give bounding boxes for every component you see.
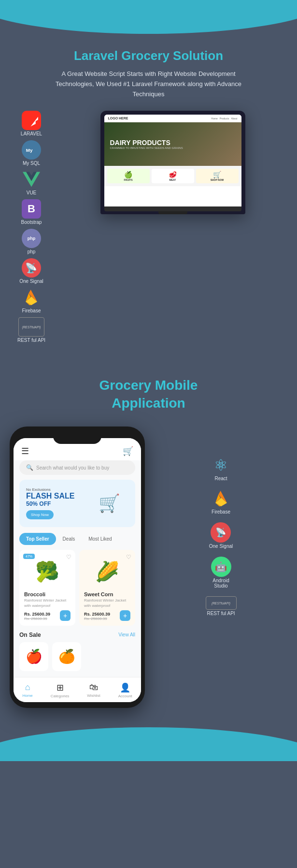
bottom-nav-home[interactable]: ⌂ Home	[22, 682, 32, 698]
product-badge-broccoli: 47%	[23, 554, 35, 559]
tech-item-restapi2: {RESTful API} REST ful API	[206, 596, 237, 616]
tech-item-restapi: {RESTful API} REST ful API	[17, 317, 45, 343]
banner-flash-sale: FLASH SALE	[26, 492, 90, 500]
account-label: Account	[118, 694, 132, 698]
tab-top-seller[interactable]: Top Seller	[19, 533, 56, 545]
banner-title: DAIRY PRODUCTS	[110, 139, 183, 147]
tech-item-mysql: My My SQL	[22, 140, 41, 166]
search-icon: 🔍	[26, 464, 33, 471]
section1-title: Laravel Grocery Solution	[10, 48, 287, 63]
products-grid: 47% ♡ 🥦 Broccoli Rainforest Winter Jacke…	[14, 550, 141, 630]
react-icon: ⚛	[212, 456, 231, 475]
product-name-broccoli: Broccoli	[24, 591, 71, 597]
cart-icon[interactable]: 🛒	[123, 446, 133, 456]
tab-most-liked[interactable]: Most Liked	[82, 533, 118, 545]
vue-icon	[22, 170, 41, 189]
bottom-nav-account[interactable]: 👤 Account	[118, 682, 132, 698]
firebase2-icon	[212, 489, 231, 508]
restapi-label: REST ful API	[17, 338, 45, 343]
wave-bottom	[0, 727, 297, 761]
firebase2-label: Firebase	[212, 509, 230, 515]
home-icon: ⌂	[25, 682, 30, 692]
svg-text:My: My	[26, 148, 33, 153]
shop-now-button[interactable]: Shop Now	[26, 510, 54, 519]
bottom-nav-wishlist[interactable]: 🛍 Wishlist	[87, 682, 100, 698]
app-search[interactable]: 🔍 Search what would you like to buy	[19, 460, 135, 475]
product-wishlist-sweetcorn[interactable]: ♡	[126, 554, 131, 560]
bootstrap-icon: B	[22, 199, 41, 219]
bottom-nav-categories[interactable]: ⊞ Categories	[51, 682, 70, 698]
screen-header: LOGO HERE HomeProductsAbout	[104, 115, 241, 122]
product-name-sweetcorn: Sweet Corn	[84, 591, 130, 597]
banner-image: 🛒	[90, 486, 128, 520]
onesignal2-label: One Signal	[209, 544, 233, 549]
categories-label: Categories	[51, 694, 70, 698]
add-to-cart-sweetcorn[interactable]: +	[120, 610, 130, 621]
home-label: Home	[22, 693, 32, 698]
product-img-sweetcorn: 🌽	[84, 555, 130, 588]
section1-subtitle: A Great Website Script Starts with Right…	[52, 69, 245, 99]
wishlist-icon: 🛍	[89, 682, 98, 692]
tab-deals[interactable]: Deals	[56, 533, 82, 545]
screen-banner: DAIRY PRODUCTS CRAMMED TO BRUSTING WITH …	[104, 122, 241, 166]
banner-percent-off: 50% OFF	[26, 500, 90, 507]
tech-item-firebase2: Firebase	[212, 489, 231, 515]
screen-product-2: 🥩 MEAT	[152, 169, 194, 183]
view-all-link[interactable]: View All	[118, 632, 135, 637]
tech-item-android: 🤖 Android Studio	[207, 557, 236, 588]
search-placeholder-text: Search what would you like to buy	[36, 465, 109, 471]
product-desc-broccoli: Rainforest Winter Jacket with waterproof	[24, 598, 71, 608]
mysql-icon: My	[22, 140, 41, 160]
product-desc-sweetcorn: Rainforest Winter Jacket with waterproof	[84, 598, 130, 608]
app-banner: No Exclusions FLASH SALE 50% OFF Shop No…	[19, 480, 135, 527]
firebase-label: Firebase	[22, 308, 41, 313]
laptop-outer: LOGO HERE HomeProductsAbout DAIRY PRODUC…	[100, 111, 245, 214]
add-to-cart-broccoli[interactable]: +	[60, 610, 71, 621]
screen-product-1: 🍏 FRUITS	[107, 169, 150, 183]
tech-item-onesignal: 📡 One Signal	[19, 258, 43, 284]
bottom-nav: ⌂ Home ⊞ Categories 🛍 Wishlist 👤	[14, 677, 141, 702]
product-price-sweetcorn: Rs. 25600.39	[84, 612, 110, 617]
restapi2-icon: {RESTful API}	[206, 596, 237, 610]
product-card-broccoli: 47% ♡ 🥦 Broccoli Rainforest Winter Jacke…	[19, 550, 75, 626]
phone-notch	[53, 432, 101, 444]
tech-item-firebase: Firebase	[22, 288, 41, 313]
on-sale-item-2: 🍊	[52, 642, 81, 671]
mobile-content: ☰ 🛒 🔍 Search what would you like to buy …	[10, 427, 287, 708]
banner-sub: CRAMMED TO BRUSTING WITH SEEDS AND GRAIN…	[110, 147, 183, 149]
on-sale-header: On Sale View All	[14, 630, 141, 642]
react-label: React	[214, 476, 227, 481]
product-old-price-sweetcorn: Rs. 25600.39	[84, 617, 110, 621]
android-icon: 🤖	[211, 557, 231, 577]
android-label: Android Studio	[207, 578, 236, 588]
menu-icon[interactable]: ☰	[21, 446, 29, 456]
phone-outer: ☰ 🛒 🔍 Search what would you like to buy …	[10, 427, 145, 708]
vue-label: VUE	[27, 190, 37, 195]
tech-item-laravel: LARAVEL	[21, 111, 42, 136]
screen-product-3: 🛒 SHOP NOW	[196, 169, 239, 183]
mysql-label: My SQL	[23, 161, 40, 166]
banner-content: DAIRY PRODUCTS CRAMMED TO BRUSTING WITH …	[110, 139, 183, 149]
section-mobile: Grocery Mobile Application ☰ 🛒 🔍 Search …	[0, 362, 297, 727]
product-wishlist-broccoli[interactable]: ♡	[66, 554, 71, 560]
product-old-price-broccoli: Rs. 25600.39	[24, 617, 50, 621]
product-img-broccoli: 🥦	[24, 555, 71, 588]
tech-item-php: php php	[22, 229, 41, 254]
tech-item-onesignal2: 📡 One Signal	[209, 522, 233, 549]
laptop-base	[104, 206, 241, 211]
laptop-stand	[158, 211, 187, 214]
product-card-sweetcorn: ♡ 🌽 Sweet Corn Rainforest Winter Jacket …	[79, 550, 135, 626]
banner-left: No Exclusions FLASH SALE 50% OFF Shop No…	[26, 487, 90, 519]
phone-mockup: ☰ 🛒 🔍 Search what would you like to buy …	[10, 427, 145, 708]
screen-logo: LOGO HERE	[108, 117, 128, 120]
tech-item-bootstrap: B Bootstrap	[21, 199, 42, 225]
restapi-icon: {RESTful API}	[18, 317, 44, 337]
onesignal-label: One Signal	[19, 279, 43, 284]
banner-no-exclusions: No Exclusions	[26, 487, 90, 492]
tech-item-vue: VUE	[22, 170, 41, 195]
on-sale-title: On Sale	[19, 632, 41, 638]
php-label: php	[28, 249, 36, 254]
laravel-label: LARAVEL	[21, 131, 42, 136]
screen-products: 🍏 FRUITS 🥩 MEAT 🛒 SHOP NOW	[104, 166, 241, 186]
tech-item-react: ⚛ React	[212, 456, 231, 481]
